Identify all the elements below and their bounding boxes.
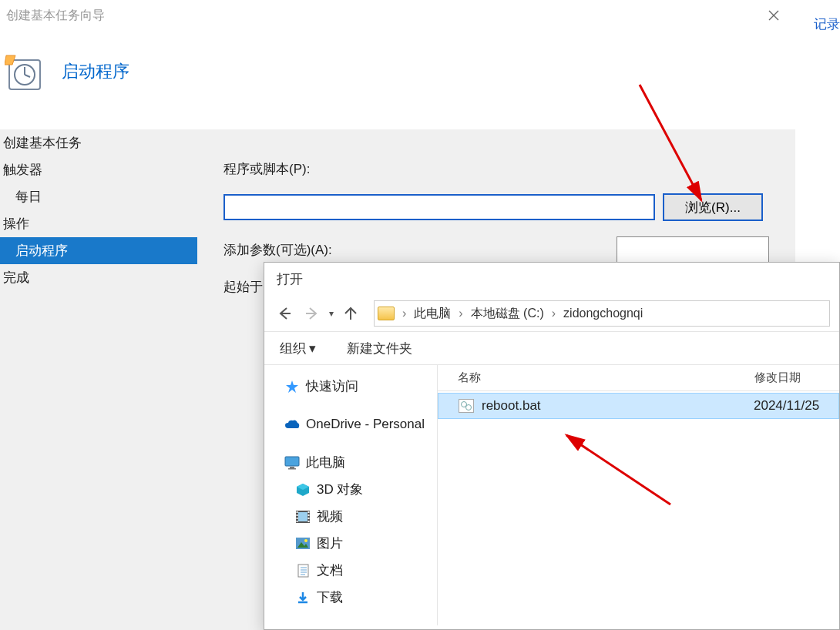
svg-rect-18 [297, 518, 298, 519]
organize-menu[interactable]: 组织 ▾ [280, 340, 316, 357]
tree-label: 快速访问 [306, 377, 358, 395]
wizard-clock-icon [5, 52, 43, 91]
new-folder-button[interactable]: 新建文件夹 [347, 340, 412, 357]
file-open-dialog: 打开 ▾ › 此电脑 › 本地磁盘 (C:) › zidongchognqi 组… [264, 262, 840, 630]
download-icon [295, 590, 311, 605]
tree-downloads[interactable]: 下载 [264, 584, 437, 611]
file-row-reboot[interactable]: reboot.bat 2024/11/25 [438, 393, 839, 419]
nav-forward-button[interactable] [301, 303, 323, 324]
program-path-input[interactable] [223, 194, 655, 220]
tree-label: 下载 [317, 588, 343, 606]
arrow-up-icon [343, 306, 358, 321]
batch-file-icon [459, 399, 474, 413]
folder-icon [378, 307, 395, 320]
svg-rect-20 [308, 511, 310, 513]
cloud-icon [284, 417, 300, 432]
svg-rect-15 [298, 512, 307, 521]
tree-this-pc[interactable]: 此电脑 [264, 449, 437, 476]
background-snippet: 记录 [814, 15, 840, 33]
tree-3d-objects[interactable]: 3D 对象 [264, 476, 437, 503]
tree-pictures[interactable]: 图片 [264, 530, 437, 557]
tree-label: 图片 [317, 534, 343, 552]
svg-rect-21 [308, 514, 310, 516]
arguments-input[interactable] [617, 236, 769, 263]
sidebar-step-daily[interactable]: 每日 [0, 183, 197, 210]
document-icon [295, 563, 311, 578]
nav-tree: 快速访问 OneDrive - Personal 此电脑 3D 对象 视频 [264, 365, 438, 625]
file-name: reboot.bat [482, 398, 754, 414]
wizard-titlebar: 创建基本任务向导 [0, 0, 795, 31]
svg-rect-17 [297, 514, 298, 516]
tree-onedrive[interactable]: OneDrive - Personal [264, 412, 437, 437]
chevron-down-icon: ▾ [309, 340, 316, 357]
new-folder-label: 新建文件夹 [347, 340, 412, 357]
sidebar-step-finish[interactable]: 完成 [0, 264, 197, 291]
svg-rect-19 [297, 521, 298, 522]
svg-rect-10 [290, 467, 294, 468]
sidebar-step-action[interactable]: 操作 [0, 210, 197, 237]
tree-quick-access[interactable]: 快速访问 [264, 373, 437, 400]
arguments-label: 添加参数(可选)(A): [223, 241, 609, 259]
chevron-right-icon: › [455, 307, 465, 320]
program-label: 程序或脚本(P): [223, 160, 769, 178]
tree-videos[interactable]: 视频 [264, 503, 437, 530]
svg-rect-27 [298, 565, 308, 577]
file-list: 名称 修改日期 reboot.bat 2024/11/25 [438, 365, 839, 625]
svg-marker-8 [286, 380, 298, 393]
close-button[interactable] [758, 0, 789, 31]
wizard-heading: 启动程序 [62, 60, 129, 83]
file-dialog-content: 快速访问 OneDrive - Personal 此电脑 3D 对象 视频 [264, 365, 839, 625]
tree-label: 文档 [317, 561, 343, 579]
file-date: 2024/11/25 [754, 398, 838, 414]
tree-label: 3D 对象 [317, 481, 363, 498]
column-name[interactable]: 名称 [458, 370, 754, 385]
star-icon [284, 379, 300, 394]
close-icon [768, 10, 779, 21]
nav-history-dropdown[interactable]: ▾ [329, 308, 334, 319]
breadcrumb-folder[interactable]: zidongchognqi [563, 307, 643, 320]
wizard-header: 启动程序 [0, 31, 795, 112]
monitor-icon [284, 455, 300, 471]
svg-rect-11 [288, 468, 296, 470]
nav-back-button[interactable] [274, 303, 295, 324]
tree-label: OneDrive - Personal [306, 417, 425, 432]
arrow-left-icon [277, 306, 292, 321]
breadcrumb-drive[interactable]: 本地磁盘 (C:) [471, 306, 544, 322]
arrow-right-icon [304, 306, 320, 321]
svg-rect-9 [285, 457, 299, 466]
svg-point-34 [466, 405, 472, 411]
organize-label: 组织 [280, 340, 306, 357]
wizard-title: 创建基本任务向导 [6, 8, 758, 24]
tree-label: 此电脑 [306, 454, 345, 471]
sidebar-step-create[interactable]: 创建基本任务 [0, 129, 197, 156]
chevron-right-icon: › [399, 307, 409, 320]
svg-rect-16 [297, 511, 298, 513]
svg-rect-23 [308, 521, 310, 522]
nav-up-button[interactable] [340, 303, 361, 324]
image-icon [295, 536, 311, 551]
file-dialog-toolbar: 组织 ▾ 新建文件夹 [264, 331, 839, 365]
browse-button[interactable]: 浏览(R)... [663, 193, 763, 221]
tree-documents[interactable]: 文档 [264, 557, 437, 584]
svg-rect-22 [308, 518, 310, 519]
list-header: 名称 修改日期 [438, 365, 839, 391]
film-icon [295, 509, 311, 524]
address-bar[interactable]: › 此电脑 › 本地磁盘 (C:) › zidongchognqi [374, 300, 830, 327]
breadcrumb-pc[interactable]: 此电脑 [414, 306, 451, 322]
svg-point-26 [304, 539, 307, 542]
sidebar-step-trigger[interactable]: 触发器 [0, 156, 197, 183]
file-dialog-title: 打开 [264, 263, 839, 296]
wizard-sidebar: 创建基本任务 触发器 每日 操作 启动程序 完成 [0, 129, 197, 630]
column-date[interactable]: 修改日期 [754, 370, 839, 385]
cube-icon [295, 482, 311, 498]
chevron-right-icon: › [549, 307, 559, 320]
tree-label: 视频 [317, 508, 343, 525]
file-dialog-nav: ▾ › 此电脑 › 本地磁盘 (C:) › zidongchognqi [264, 296, 839, 331]
sidebar-step-start-program[interactable]: 启动程序 [0, 237, 197, 264]
